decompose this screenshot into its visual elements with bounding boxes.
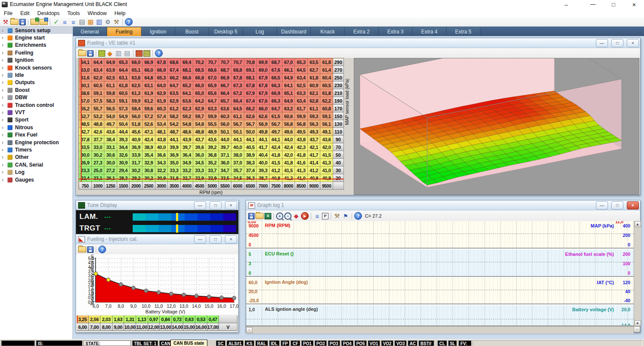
resize-icon[interactable]: ↔ xyxy=(559,0,574,8)
ve-cell[interactable]: 30,8 xyxy=(143,167,155,174)
ve-cell[interactable]: 66,2 xyxy=(244,105,257,112)
tab-general[interactable]: General xyxy=(73,27,107,36)
ve-cell[interactable]: 68,7 xyxy=(219,66,232,74)
ve-cell[interactable]: 41,0 xyxy=(320,167,333,174)
sidebar-item-other[interactable]: ›Other xyxy=(0,154,73,161)
ve-restore-button[interactable]: □ xyxy=(611,39,623,47)
tab-extra-3[interactable]: Extra 3 xyxy=(379,27,413,36)
ve-cell[interactable]: 58,2 xyxy=(168,112,181,120)
ve-cell[interactable]: 49,6 xyxy=(283,128,295,136)
ve-cell[interactable]: 30,0 xyxy=(104,159,117,167)
graph-restore-button[interactable]: □ xyxy=(611,201,623,209)
ve-cell[interactable]: 66,1 xyxy=(283,66,295,74)
save-icon[interactable] xyxy=(87,50,94,57)
injectors-chart[interactable]: 5,04,54,03,53,02,52,01,51,00,50,06,07,08… xyxy=(76,254,238,316)
menu-edit[interactable]: Edit xyxy=(16,9,33,17)
ve-cell[interactable]: 41,8 xyxy=(295,151,308,159)
tune-window-titlebar[interactable]: Tune Display — □ × xyxy=(76,200,238,210)
ve-cell[interactable]: 44,4 xyxy=(117,128,130,136)
ve-cell[interactable]: 64,9 xyxy=(283,97,295,105)
ve-cell[interactable]: 66,5 xyxy=(270,74,283,82)
ve-cell[interactable]: 66,0 xyxy=(130,58,143,66)
ve-cell[interactable]: 59,3 xyxy=(308,112,321,120)
expand-chevron-icon[interactable]: › xyxy=(2,79,6,85)
ve-cell[interactable]: 64,1 xyxy=(181,89,194,97)
ve-cell[interactable]: 36,0 xyxy=(193,151,206,159)
ve-cell[interactable]: 70,2 xyxy=(193,58,206,66)
ve-cell[interactable]: 62,5 xyxy=(130,82,143,89)
ve-cell[interactable]: 30,2 xyxy=(92,151,105,159)
data-point[interactable] xyxy=(144,289,148,292)
ve-cell[interactable]: 65,0 xyxy=(193,89,206,97)
ve-cell[interactable]: 66,2 xyxy=(168,74,181,82)
ve-cell[interactable]: 34,3 xyxy=(155,159,168,167)
ve-cell[interactable]: 59,9 xyxy=(130,97,143,105)
ve-cell[interactable]: 61,9 xyxy=(155,97,168,105)
ve-cell[interactable]: 29,4 xyxy=(117,167,130,174)
ve-cell[interactable]: 40,4 xyxy=(257,151,270,159)
ve-cell[interactable]: 56,7 xyxy=(231,120,244,128)
check-icon[interactable]: ✓ xyxy=(52,18,60,26)
menu-help[interactable]: Help xyxy=(110,9,129,17)
ve-cell[interactable]: 32,6 xyxy=(117,151,130,159)
ve-cell[interactable]: 66,3 xyxy=(270,97,283,105)
ve-cell[interactable]: 48,1 xyxy=(155,128,168,136)
ve-cell[interactable]: 33,0 xyxy=(92,143,105,151)
graph-pane-2[interactable]: 530ECU Reset ()Ethanol fuel scale (%)200… xyxy=(246,249,634,277)
ve-cell[interactable]: 34,7 xyxy=(219,167,232,174)
data-point[interactable] xyxy=(170,292,173,295)
data-point[interactable] xyxy=(119,282,122,286)
ve-cell[interactable]: 56,1 xyxy=(320,120,333,128)
tab-ignition[interactable]: Ignition xyxy=(141,27,175,36)
tab-dashboard[interactable]: Dashboard xyxy=(277,27,311,36)
ve-cell[interactable]: 41,8 xyxy=(270,151,283,159)
ve-cell[interactable]: 67,6 xyxy=(257,97,270,105)
ve-cell[interactable]: 44,0 xyxy=(283,136,295,143)
ve-cell[interactable]: 66,0 xyxy=(257,105,270,112)
injector-value-cell[interactable]: 0,47 xyxy=(207,316,219,323)
sidebar-item-sensors-setup[interactable]: ›Sensors setup xyxy=(0,27,73,34)
ve-cell[interactable]: 67,6 xyxy=(270,66,283,74)
ve-cell[interactable]: 69,9 xyxy=(257,58,270,66)
ve-cell[interactable]: 42,0 xyxy=(283,151,295,159)
ve-cell[interactable]: 63,1 xyxy=(117,74,130,82)
ve-cell[interactable]: 67,9 xyxy=(257,74,270,82)
ve-cell[interactable]: 61,8 xyxy=(308,74,321,82)
ve-cell[interactable]: 54,8 xyxy=(193,120,206,128)
sidebar-item-engine-start[interactable]: ›Engine start xyxy=(0,34,73,41)
injector-value-cell[interactable]: 3,25 xyxy=(77,316,89,323)
ve-cell[interactable]: 56,5 xyxy=(104,105,117,112)
ve-cell[interactable]: 67,4 xyxy=(168,66,181,74)
expand-chevron-icon[interactable]: › xyxy=(2,57,6,63)
scroll-down-icon[interactable]: ▼ xyxy=(635,320,641,326)
graph-log-panes[interactable]: 900045000RPM (RPM)MAP (kPa)40020000,0011… xyxy=(246,221,634,326)
sidebar-item-sport[interactable]: ›Sport xyxy=(0,116,73,124)
ve-cell[interactable]: 32,9 xyxy=(206,174,219,182)
ve-cell[interactable]: 29,2 xyxy=(130,174,143,182)
ve-cell[interactable]: 57,4 xyxy=(155,112,168,120)
restore-button[interactable]: □ xyxy=(606,0,621,8)
expand-chevron-icon[interactable]: › xyxy=(2,42,6,48)
expand-chevron-icon[interactable]: › xyxy=(2,132,6,138)
ve-cell[interactable]: 67,9 xyxy=(244,89,257,97)
ve-cell[interactable]: 59,8 xyxy=(104,89,117,97)
tree-icon[interactable]: ▦ xyxy=(87,18,94,26)
ve-cell[interactable]: 69,0 xyxy=(257,66,270,74)
ve-cell[interactable]: 49,1 xyxy=(320,128,333,136)
ve-close-button[interactable]: × xyxy=(627,39,639,47)
ve-cell[interactable]: 49,7 xyxy=(104,120,117,128)
expand-chevron-icon[interactable]: › xyxy=(2,124,6,131)
ve-cell[interactable]: 44,1 xyxy=(270,136,283,143)
ve-cell[interactable]: 28,3 xyxy=(117,174,130,182)
ve-cell[interactable]: 66,9 xyxy=(219,74,232,82)
injector-value-cell[interactable]: 1,63 xyxy=(112,316,125,323)
sidebar-item-can-serial[interactable]: ›CAN, Serial xyxy=(0,161,73,168)
ve-cell[interactable]: 66,9 xyxy=(270,89,283,97)
ve-cell[interactable]: 60,5 xyxy=(117,89,130,97)
ve-cell[interactable]: 60,8 xyxy=(320,105,333,112)
menu-file[interactable]: File xyxy=(0,9,16,17)
ve-cell[interactable]: 44,1 xyxy=(168,136,181,143)
ve-cell[interactable]: 61,8 xyxy=(320,58,333,66)
ve-cell[interactable]: 58,4 xyxy=(130,105,143,112)
ve-cell[interactable]: 68,6 xyxy=(168,58,181,66)
